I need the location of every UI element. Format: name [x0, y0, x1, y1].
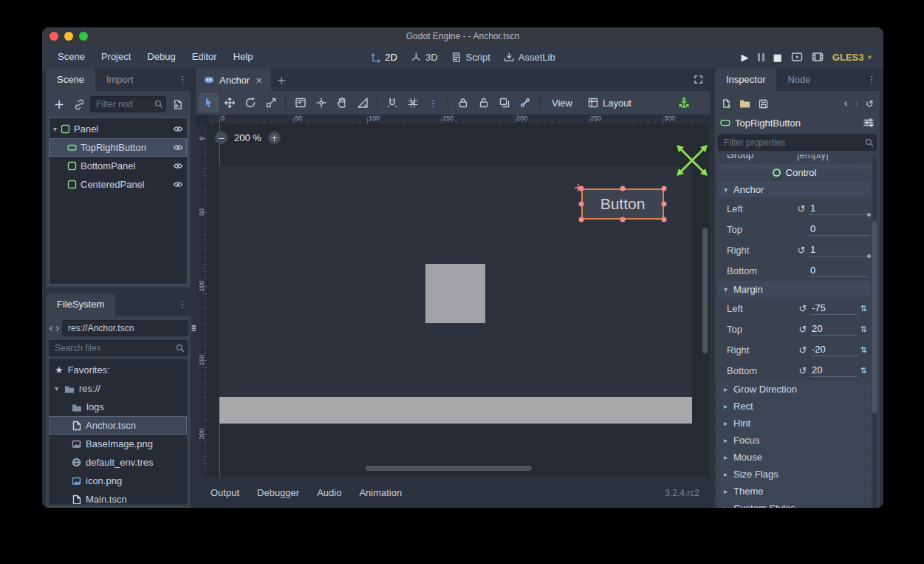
menu-project[interactable]: Project [93, 45, 139, 69]
tree-row-bottompanel[interactable]: BottomPanel [49, 157, 187, 175]
nav-back-icon[interactable]: ‹ [49, 322, 53, 335]
menu-help[interactable]: Help [225, 45, 261, 69]
spinner-icon[interactable]: ⇅ [858, 304, 869, 313]
close-window-button[interactable] [49, 32, 58, 41]
extra-options-icon[interactable] [863, 117, 875, 129]
list-select-icon[interactable] [290, 93, 310, 112]
current-path-field[interactable] [62, 320, 188, 336]
stop-button[interactable]: ■ [773, 52, 782, 63]
collapse-icon[interactable]: ▾ [49, 125, 61, 133]
tree-row-toprightbutton[interactable]: TopRightButton [49, 138, 187, 157]
unlock-icon[interactable] [473, 93, 493, 112]
spin-slider[interactable]: 20 [810, 322, 858, 336]
output-button[interactable]: Output [202, 481, 248, 505]
new-resource-icon[interactable] [721, 98, 732, 109]
filesystem-dock-menu-icon[interactable]: ⋮ [174, 293, 191, 316]
close-icon[interactable]: × [255, 75, 263, 86]
save-resource-icon[interactable] [758, 98, 769, 109]
section-focus[interactable]: ▸ Focus [718, 432, 871, 448]
inspector-dock-menu-icon[interactable]: ⋮ [863, 69, 880, 91]
history-forward-icon[interactable]: › [855, 97, 859, 110]
snap-options-icon[interactable]: ⋮ [423, 93, 443, 112]
filter-properties-input[interactable] [718, 135, 877, 151]
tree-row-panel[interactable]: ▾ Panel [49, 120, 187, 138]
viewport-vertical-scrollbar[interactable] [702, 228, 708, 353]
spin-slider[interactable]: 20 [810, 364, 858, 377]
selected-button-node[interactable]: Button [581, 188, 664, 220]
fs-row-res[interactable]: ▾ res:// [49, 379, 187, 398]
grid-snap-icon[interactable] [403, 93, 422, 112]
spin-slider[interactable]: -20 [810, 343, 858, 356]
renderer-select[interactable]: GLES3 ▾ [832, 52, 872, 63]
section-size-flags[interactable]: ▸ Size Flags [718, 466, 871, 482]
smart-snap-icon[interactable] [382, 93, 402, 112]
revert-icon[interactable]: ↺ [795, 344, 810, 356]
section-margin[interactable]: ▾ Margin [718, 281, 871, 297]
select-tool-icon[interactable] [199, 93, 219, 112]
anchor-gizmo-icon[interactable] [674, 143, 710, 178]
audio-button[interactable]: Audio [308, 481, 350, 505]
search-files-input[interactable] [49, 340, 188, 356]
collapse-icon[interactable]: ▾ [55, 384, 64, 393]
visibility-eye-icon[interactable] [173, 162, 183, 170]
new-scene-tab-button[interactable]: + [271, 69, 292, 91]
spinner-icon[interactable]: ⇅ [858, 366, 869, 376]
fs-row-default-env-tres[interactable]: default_env.tres [49, 453, 187, 472]
load-resource-icon[interactable] [739, 99, 750, 109]
fs-row-icon-png[interactable]: icon.png [49, 472, 187, 490]
fs-row-anchor-tscn[interactable]: Anchor.tscn [49, 416, 187, 435]
tab-import[interactable]: Import [95, 69, 145, 91]
move-tool-icon[interactable] [219, 93, 239, 112]
selection-handle[interactable] [579, 202, 584, 207]
group-icon[interactable] [494, 93, 514, 112]
scale-tool-icon[interactable] [261, 93, 281, 112]
tree-row-centeredpanel[interactable]: CenteredPanel [49, 175, 187, 194]
pause-button[interactable] [758, 53, 764, 61]
play-button[interactable]: ▶ [742, 52, 749, 63]
slider-grabber[interactable] [867, 213, 871, 217]
animation-button[interactable]: Animation [350, 481, 411, 505]
layout-menu-button[interactable]: Layout [581, 93, 639, 112]
selection-handle[interactable] [620, 186, 626, 191]
spinner-icon[interactable]: ⇅ [858, 345, 869, 355]
section-theme[interactable]: ▸ Theme [718, 483, 871, 499]
attach-script-button[interactable] [168, 95, 186, 113]
resource-picker[interactable]: [empty] [797, 154, 869, 160]
nav-forward-icon[interactable]: › [55, 322, 60, 335]
inspector-scrollbar[interactable] [872, 154, 877, 508]
zoom-out-button[interactable]: − [215, 132, 227, 144]
revert-icon[interactable]: ↺ [795, 303, 810, 314]
fs-row-favorites[interactable]: ★ Favorites: [49, 361, 187, 379]
mode-script-button[interactable]: Script [451, 52, 490, 63]
spin-slider[interactable]: 1 [809, 243, 869, 256]
section-rect[interactable]: ▸ Rect [718, 398, 871, 414]
spin-slider[interactable]: 1 [809, 202, 869, 215]
section-mouse[interactable]: ▸ Mouse [718, 449, 871, 465]
selection-handle[interactable] [662, 186, 667, 191]
menu-debug[interactable]: Debug [139, 45, 183, 69]
view-menu-button[interactable]: View [544, 93, 580, 112]
fs-row-main-tscn[interactable]: Main.tscn [49, 490, 187, 505]
visibility-eye-icon[interactable] [173, 143, 183, 152]
spin-slider[interactable]: 0 [809, 264, 869, 277]
spin-slider[interactable]: 0 [809, 222, 869, 236]
selection-handle[interactable] [579, 217, 584, 222]
lock-icon[interactable] [453, 93, 473, 112]
skeleton-icon[interactable] [515, 93, 535, 112]
instance-scene-button[interactable] [70, 95, 88, 113]
minimize-window-button[interactable] [64, 32, 73, 41]
pivot-tool-icon[interactable] [311, 93, 331, 112]
revert-icon[interactable]: ↺ [795, 324, 810, 335]
mode-2d-button[interactable]: 2D [370, 52, 397, 63]
add-node-button[interactable]: + [50, 95, 68, 113]
slider-grabber[interactable] [867, 254, 871, 258]
mode-3d-button[interactable]: 3D [411, 52, 438, 63]
selection-handle[interactable] [662, 202, 667, 207]
anchor-icon[interactable] [674, 93, 694, 112]
history-back-icon[interactable]: ‹ [843, 97, 848, 110]
selection-handle[interactable] [662, 217, 667, 222]
viewport-horizontal-scrollbar[interactable] [366, 466, 532, 471]
tab-node[interactable]: Node [776, 69, 821, 91]
section-anchor[interactable]: ▾ Anchor [718, 181, 871, 197]
ruler-tool-icon[interactable] [352, 93, 372, 112]
